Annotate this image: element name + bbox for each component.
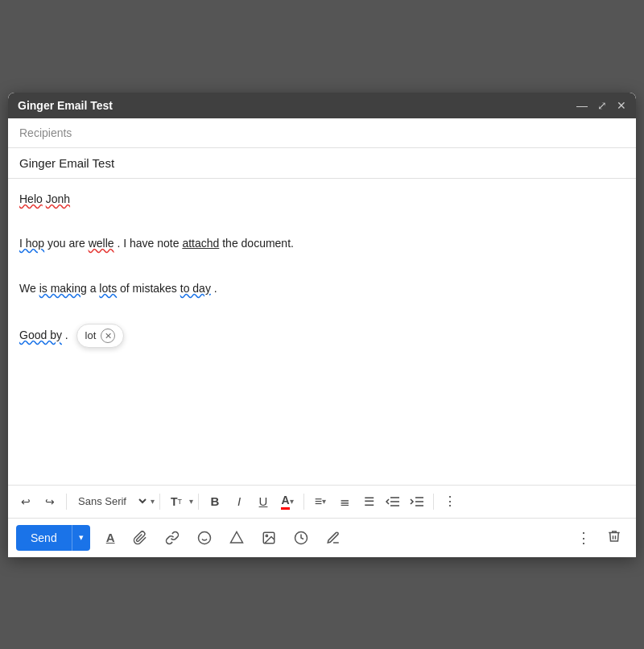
body-line-empty2 [19,257,625,276]
send-dropdown-button[interactable]: ▾ [72,525,90,551]
toolbar-divider-3 [198,494,199,510]
underlined-attachd: attachd [182,237,219,250]
send-button[interactable]: Send [16,525,72,551]
font-size-arrow: ▾ [189,497,193,506]
underline-button[interactable]: U [252,490,275,513]
numbered-list-button[interactable]: ≣ [333,490,356,513]
misspelled-lots: lots [99,282,117,295]
title-bar: Ginger Email Test — ⤢ ✕ [8,93,636,118]
misspelled-goodbye: Good by [19,329,62,341]
formatting-toolbar: ↩ ↪ Sans Serif Serif Monospace ▾ T T ▾ B… [8,485,636,518]
body-line-3: We is making a lots of mistakes to day . [19,279,625,299]
toolbar-divider-1 [66,494,67,510]
compose-window: Ginger Email Test — ⤢ ✕ Recipients Ginge… [8,93,636,557]
format-text-button[interactable]: A [100,526,122,549]
suggestion-word: lot [85,327,97,345]
body-line-1: Helo Jonh [19,190,625,209]
maximize-button[interactable]: ⤢ [597,100,607,111]
body-line-2: I hop you are welle . I have note attach… [19,234,625,254]
undo-button[interactable]: ↩ [14,490,37,513]
subject-value: Ginger Email Test [19,156,114,170]
redo-button[interactable]: ↪ [39,490,61,513]
svg-point-6 [198,531,210,544]
misspelled-jonh: Jonh [46,192,70,205]
misspelled-hop: I hop [19,237,44,250]
bullet-list-button[interactable]: ☰ [357,490,380,513]
body-line-empty [19,212,625,231]
body-area[interactable]: Helo Jonh I hop you are welle . I have n… [8,179,636,485]
indent-decrease-button[interactable] [382,490,404,513]
more-options-button[interactable]: ⋮ [572,526,596,550]
grammar-is-making: is making [39,282,87,295]
drive-button[interactable] [223,526,250,550]
window-title: Ginger Email Test [18,99,113,112]
schedule-button[interactable] [287,526,315,550]
body-line-4: Good by . lot ✕ [19,324,625,348]
window-controls: — ⤢ ✕ [576,100,626,111]
italic-button[interactable]: I [228,490,250,513]
suggestion-popup[interactable]: lot ✕ [76,324,125,348]
pen-button[interactable] [320,526,347,550]
toolbar-divider-2 [159,494,160,510]
attach-button[interactable] [126,526,154,550]
minimize-button[interactable]: — [576,100,588,111]
action-toolbar: Send ▾ A [8,518,636,557]
svg-point-11 [266,535,267,536]
emoji-button[interactable] [191,526,218,550]
link-button[interactable] [159,526,186,550]
svg-marker-9 [230,531,242,543]
body-line-empty3 [19,301,625,320]
font-color-button[interactable]: A ▾ [276,490,299,513]
photo-button[interactable] [255,526,283,550]
close-button[interactable]: ✕ [617,100,626,111]
delete-draft-button[interactable] [601,526,628,550]
indent-increase-button[interactable] [406,490,428,513]
misspelled-welle: welle [89,237,114,250]
recipients-row[interactable]: Recipients [8,118,636,148]
suggestion-close-button[interactable]: ✕ [101,329,115,343]
send-group: Send ▾ [16,525,90,551]
bold-button[interactable]: B [204,490,226,513]
subject-row[interactable]: Ginger Email Test [8,148,636,179]
font-size-button[interactable]: T T [165,490,188,513]
more-formatting-button[interactable]: ⋮ [439,490,461,513]
font-family-arrow: ▾ [151,497,155,506]
misspelled-helo: Helo [19,192,43,205]
toolbar-divider-4 [303,494,304,510]
misspelled-today: to day [180,282,211,295]
align-button[interactable]: ≡ ▾ [309,490,332,513]
font-family-select[interactable]: Sans Serif Serif Monospace [72,493,149,510]
toolbar-divider-5 [433,494,434,510]
recipients-label: Recipients [19,126,72,139]
